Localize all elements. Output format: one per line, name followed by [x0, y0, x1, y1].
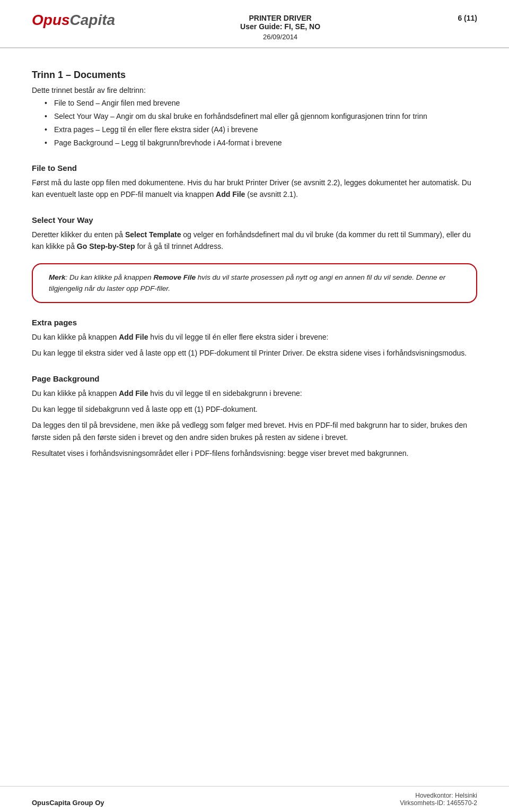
- page-background-body4: Resultatet vises i forhåndsvisningsområd…: [32, 447, 477, 459]
- footer-company: OpusCapita Group Oy: [32, 799, 104, 807]
- page-background-body1: Du kan klikke på knappen Add File hvis d…: [32, 387, 477, 399]
- extra-pages-body1: Du kan klikke på knappen Add File hvis d…: [32, 331, 477, 343]
- header-title-main: PRINTER DRIVER: [115, 14, 445, 22]
- select-your-way-heading: Select Your Way: [32, 215, 477, 224]
- content: Trinn 1 – Documents Dette trinnet består…: [0, 48, 509, 506]
- pb-para1-pre: Du kan klikke på knappen: [32, 389, 119, 398]
- file-to-send-heading: File to Send: [32, 163, 477, 172]
- header-date: 26/09/2014: [115, 33, 445, 41]
- select-para1-end: for å gå til trinnet Address.: [135, 242, 224, 250]
- select-para1-pre: Deretter klikker du enten på: [32, 230, 125, 239]
- extra-pages-heading: Extra pages: [32, 318, 477, 327]
- header-center: PRINTER DRIVER User Guide: FI, SE, NO 26…: [115, 12, 445, 41]
- list-item: Select Your Way – Angir om du skal bruke…: [45, 111, 477, 122]
- pb-bold1: Add File: [119, 389, 148, 398]
- logo: OpusCapita: [32, 12, 115, 29]
- footer-right-line2: Virksomhets-ID: 1465570-2: [400, 799, 477, 807]
- page-background-heading: Page Background: [32, 374, 477, 383]
- extra-para1-end: hvis du vil legge til én eller flere eks…: [148, 333, 328, 341]
- file-to-send-para1-end: (se avsnitt 2.1).: [245, 190, 298, 198]
- logo-opus: Opus: [32, 12, 70, 28]
- header-title-sub: User Guide: FI, SE, NO: [115, 22, 445, 31]
- list-item: File to Send – Angir filen med brevene: [45, 98, 477, 109]
- note-bold: Merk: [49, 273, 66, 281]
- page-background-body2: Du kan legge til sidebakgrunn ved å last…: [32, 403, 477, 415]
- footer: OpusCapita Group Oy Hovedkontor: Helsink…: [0, 786, 509, 812]
- extra-bold1: Add File: [119, 333, 148, 341]
- page: OpusCapita PRINTER DRIVER User Guide: FI…: [0, 0, 509, 812]
- pb-para1-end: hvis du vil legge til en sidebakgrunn i …: [148, 389, 302, 398]
- note-box: Merk: Du kan klikke på knappen Remove Fi…: [32, 263, 477, 303]
- select-bold1: Select Template: [125, 230, 181, 239]
- file-to-send-body: Først må du laste opp filen med dokument…: [32, 177, 477, 201]
- section1-heading: Trinn 1 – Documents: [32, 70, 477, 81]
- section1-intro: Dette trinnet består av fire deltrinn:: [32, 86, 477, 94]
- footer-right-line1: Hovedkontor: Helsinki: [400, 792, 477, 799]
- list-item: Extra pages – Legg til én eller flere ek…: [45, 124, 477, 135]
- logo-capita: Capita: [70, 12, 116, 28]
- select-bold2: Go Step-by-Step: [77, 242, 135, 250]
- footer-right: Hovedkontor: Helsinki Virksomhets-ID: 14…: [400, 792, 477, 807]
- note-text: : Du kan klikke på knappen: [66, 273, 154, 281]
- bullet-list: File to Send – Angir filen med brevene S…: [45, 98, 477, 149]
- page-background-body3: Da legges den til på brevsidene, men ikk…: [32, 419, 477, 443]
- extra-pages-body2: Du kan legge til ekstra sider ved å last…: [32, 347, 477, 359]
- header: OpusCapita PRINTER DRIVER User Guide: FI…: [0, 0, 509, 48]
- note-remove-bold: Remove File: [153, 273, 196, 281]
- extra-para1-pre: Du kan klikke på knappen: [32, 333, 119, 341]
- select-your-way-body: Deretter klikker du enten på Select Temp…: [32, 229, 477, 253]
- list-item: Page Background – Legg til bakgrunn/brev…: [45, 137, 477, 149]
- header-page: 6 (11): [445, 12, 477, 22]
- file-to-send-bold1: Add File: [216, 190, 245, 198]
